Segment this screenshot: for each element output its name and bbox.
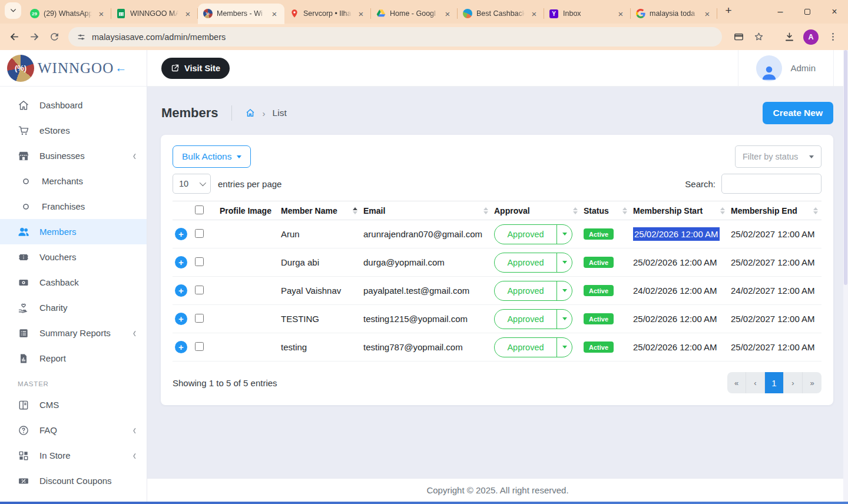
browser-tab[interactable]: malaysia toda × (631, 4, 717, 24)
pagination-page-1[interactable]: 1 (765, 372, 784, 393)
admin-menu[interactable]: Admin (738, 50, 834, 86)
browser-tab[interactable]: 29 (29) WhatsApp × (25, 4, 111, 24)
sidebar-item-discount-coupons[interactable]: Discount Coupons (0, 468, 147, 493)
sort-arrows-icon[interactable] (720, 207, 725, 214)
approval-dropdown-button[interactable]: Approved (494, 224, 572, 244)
tab-title: Members - Wi (217, 9, 265, 18)
tab-close-icon[interactable]: × (442, 8, 453, 19)
browser-tab[interactable]: Home - Googl × (371, 4, 458, 24)
select-all-checkbox[interactable] (195, 205, 204, 214)
caret-down-icon[interactable] (556, 338, 572, 357)
expand-row-button[interactable]: + (175, 256, 187, 268)
bulk-actions-button[interactable]: Bulk Actions (173, 145, 251, 168)
top-header: Visit Site Admin (147, 50, 848, 87)
browser-tab[interactable]: WINNGOO MA × (111, 4, 198, 24)
tab-close-icon[interactable]: × (615, 8, 626, 19)
row-checkbox[interactable] (195, 229, 204, 238)
sidebar-item-summary-reports[interactable]: Summary Reports ‹ (0, 320, 147, 346)
sort-arrows-icon[interactable] (813, 207, 818, 214)
tab-close-icon[interactable]: × (356, 8, 366, 19)
sort-arrows-icon[interactable] (353, 207, 357, 214)
row-checkbox[interactable] (195, 314, 204, 323)
entries-per-page-select[interactable]: 10 (173, 174, 211, 194)
page-scrollbar[interactable] (843, 50, 848, 502)
filter-by-status-select[interactable]: Filter by status (735, 145, 822, 168)
caret-down-icon[interactable] (556, 225, 572, 244)
sidebar-item-faq[interactable]: FAQ ‹ (0, 417, 147, 443)
sort-arrows-icon[interactable] (573, 207, 578, 214)
back-button[interactable] (5, 28, 24, 47)
approval-dropdown-button[interactable]: Approved (494, 309, 572, 329)
pagination-last-button[interactable]: » (803, 372, 822, 393)
sidebar-item-dashboard[interactable]: Dashboard (0, 92, 147, 118)
column-header-status[interactable]: Status (581, 201, 631, 220)
cart-icon (18, 125, 29, 137)
expand-row-button[interactable]: + (175, 313, 187, 325)
tab-close-icon[interactable]: × (183, 8, 193, 19)
approval-label: Approved (495, 230, 556, 239)
column-header-member-name[interactable]: Member Name (279, 201, 361, 220)
sidebar-collapse-arrow[interactable]: ← (115, 61, 127, 75)
caret-down-icon[interactable] (556, 310, 572, 329)
sort-arrows-icon[interactable] (483, 207, 488, 214)
column-header-membership-end[interactable]: Membership End (728, 201, 822, 220)
sidebar-item-vouchers[interactable]: Vouchers (0, 244, 147, 270)
sidebar-item-cms[interactable]: CMS (0, 392, 147, 417)
sort-arrows-icon[interactable] (622, 207, 627, 214)
expand-row-button[interactable]: + (175, 284, 187, 297)
new-tab-button[interactable]: + (720, 2, 737, 19)
download-icon[interactable] (780, 28, 799, 47)
address-bar[interactable]: malaysiasave.com/admin/members (68, 27, 722, 47)
column-header-email[interactable]: Email (361, 201, 492, 220)
list-icon (18, 327, 29, 339)
browser-tab[interactable]: Y Inbox × (544, 4, 631, 24)
site-settings-icon[interactable] (77, 32, 86, 42)
browser-panel-icon[interactable] (729, 28, 748, 47)
browser-tab[interactable]: % Members - Wi × (198, 4, 284, 24)
row-checkbox[interactable] (195, 257, 204, 266)
approval-dropdown-button[interactable]: Approved (494, 337, 572, 357)
approval-dropdown-button[interactable]: Approved (494, 253, 572, 273)
pagination-prev-button[interactable]: ‹ (746, 372, 765, 393)
row-checkbox[interactable] (195, 286, 204, 294)
column-header-membership-start[interactable]: Membership Start (631, 201, 728, 220)
sidebar-item-franchises[interactable]: Franchises (0, 194, 147, 219)
sidebar-item-report[interactable]: Report (0, 346, 147, 371)
expand-row-button[interactable]: + (175, 341, 187, 353)
column-header-approval[interactable]: Approval (492, 201, 581, 220)
tab-close-icon[interactable]: × (529, 8, 539, 19)
browser-profile-avatar[interactable]: A (803, 29, 819, 45)
forward-button[interactable] (25, 28, 44, 47)
tab-close-icon[interactable]: × (269, 8, 280, 19)
approval-dropdown-button[interactable]: Approved (494, 281, 572, 301)
sidebar-item-estores[interactable]: eStores (0, 118, 147, 143)
sidebar-item-in-store[interactable]: In Store ‹ (0, 443, 147, 468)
window-close-button[interactable]: × (821, 0, 848, 24)
create-new-button[interactable]: Create New (763, 102, 833, 124)
sidebar-item-cashback[interactable]: Cashback (0, 270, 147, 295)
search-input[interactable] (721, 174, 822, 194)
tab-search-button[interactable] (5, 2, 21, 19)
window-minimize-button[interactable]: – (767, 0, 794, 24)
sidebar-item-label: Franchises (42, 201, 85, 211)
row-checkbox[interactable] (195, 342, 204, 351)
reload-button[interactable] (45, 28, 64, 47)
bookmark-star-icon[interactable] (749, 28, 768, 47)
browser-tab[interactable]: Servcorp • Ilha × (284, 4, 371, 24)
window-maximize-button[interactable] (794, 0, 821, 24)
home-icon[interactable] (245, 108, 256, 118)
browser-tab[interactable]: Best Cashback × (458, 4, 544, 24)
sidebar-item-merchants[interactable]: Merchants (0, 168, 147, 194)
sidebar-item-businesses[interactable]: Businesses ‹ (0, 143, 147, 168)
pagination-first-button[interactable]: « (727, 372, 746, 393)
browser-menu-icon[interactable] (823, 28, 842, 47)
tab-close-icon[interactable]: × (702, 8, 713, 19)
caret-down-icon[interactable] (556, 253, 572, 272)
sidebar-item-members[interactable]: Members (0, 219, 147, 244)
tab-close-icon[interactable]: × (96, 8, 107, 19)
expand-row-button[interactable]: + (175, 228, 187, 240)
sidebar-item-charity[interactable]: Charity (0, 295, 147, 320)
caret-down-icon[interactable] (556, 281, 572, 300)
pagination-next-button[interactable]: › (784, 372, 803, 393)
visit-site-button[interactable]: Visit Site (161, 58, 230, 79)
